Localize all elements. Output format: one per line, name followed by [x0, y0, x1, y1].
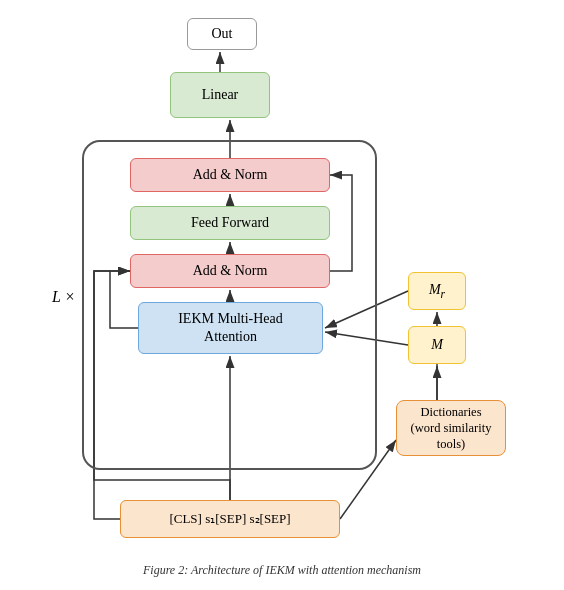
feed-forward-label: Feed Forward — [191, 214, 269, 232]
l-times-label: L × — [52, 288, 75, 306]
feed-forward-box: Feed Forward — [130, 206, 330, 240]
attention-box: IEKM Multi-Head Attention — [138, 302, 323, 354]
out-label: Out — [212, 25, 233, 43]
input-label: [CLS] s₁[SEP] s₂[SEP] — [169, 511, 290, 528]
linear-label: Linear — [202, 86, 239, 104]
m-label: M — [431, 336, 443, 354]
out-box: Out — [187, 18, 257, 50]
add-norm-top-label: Add & Norm — [193, 166, 268, 184]
m-box: M — [408, 326, 466, 364]
dictionaries-box: Dictionaries (word similarity tools) — [396, 400, 506, 456]
add-norm-bottom-box: Add & Norm — [130, 254, 330, 288]
mr-label: Mr — [429, 281, 445, 302]
dict-label: Dictionaries (word similarity tools) — [411, 404, 492, 453]
attention-label: IEKM Multi-Head Attention — [178, 310, 283, 346]
input-box: [CLS] s₁[SEP] s₂[SEP] — [120, 500, 340, 538]
caption: Figure 2: Architecture of IEKM with atte… — [22, 563, 542, 578]
diagram: Out Linear Add & Norm Feed Forward Add &… — [22, 10, 542, 580]
mr-box: Mr — [408, 272, 466, 310]
linear-box: Linear — [170, 72, 270, 118]
add-norm-top-box: Add & Norm — [130, 158, 330, 192]
add-norm-bottom-label: Add & Norm — [193, 262, 268, 280]
